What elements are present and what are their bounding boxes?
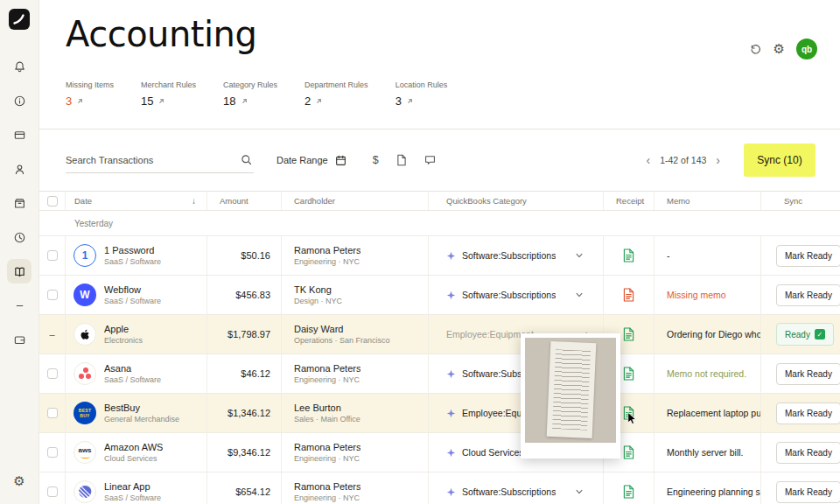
- clock-history-icon: [13, 231, 26, 244]
- table-row[interactable]: BESTBUY BestBuy General Merchandise $1,3…: [39, 394, 840, 433]
- column-header-receipt: Receipt: [604, 192, 654, 210]
- prev-page-button[interactable]: ‹: [645, 153, 653, 167]
- sidebar-item-insights[interactable]: [7, 88, 32, 113]
- category-cell[interactable]: Software:Subscriptions ✓: [429, 276, 604, 314]
- merchant-subtitle: Cloud Services: [104, 454, 163, 463]
- accounting-settings-button[interactable]: ⚙: [774, 43, 785, 56]
- cardholder-subtitle: Engineering · NYC: [294, 454, 360, 463]
- sync-button[interactable]: Mark Ready ✓: [776, 442, 840, 464]
- info-circle-icon: [13, 94, 26, 108]
- stat-merchant-rules[interactable]: Merchant Rules 15: [141, 80, 196, 108]
- pagination-label: 1-42 of 143: [660, 155, 706, 165]
- receipt-doc-icon[interactable]: [623, 248, 634, 262]
- receipt-doc-icon[interactable]: [623, 485, 634, 499]
- memo-cell[interactable]: Monthly server bill.: [654, 433, 761, 472]
- person-icon: [13, 163, 26, 176]
- receipt-doc-icon[interactable]: [623, 288, 634, 302]
- sidebar-item-transactions[interactable]: [7, 225, 32, 249]
- row-checkbox[interactable]: [47, 486, 58, 497]
- ramp-logo[interactable]: [9, 9, 30, 30]
- sync-button[interactable]: Ready ✓: [776, 323, 834, 346]
- column-header-date[interactable]: Date ↓: [66, 192, 207, 210]
- table-row[interactable]: 1 1 Password SaaS / Software $50.16 Ramo…: [39, 236, 840, 276]
- memo-cell[interactable]: Replacement laptop purc: [654, 394, 761, 432]
- sidebar-item-notifications[interactable]: [7, 54, 32, 79]
- merchant-cell: W Webflow SaaS / Software: [66, 276, 207, 314]
- sync-button[interactable]: Mark Ready ✓: [776, 245, 840, 267]
- box-icon: [13, 197, 26, 210]
- row-checkbox[interactable]: [47, 250, 58, 261]
- sync-button[interactable]: Mark Ready ✓: [776, 363, 840, 385]
- table-row[interactable]: Asana SaaS / Software $46.12 Ramona Pete…: [39, 354, 840, 394]
- row-checkbox[interactable]: [47, 329, 58, 340]
- stat-label: Department Rules: [304, 80, 368, 89]
- stat-location-rules[interactable]: Location Rules 3: [396, 80, 448, 108]
- sidebar-item-cards[interactable]: [7, 122, 32, 147]
- sync-button-label: Mark Ready: [785, 290, 832, 300]
- amount-filter-button[interactable]: $: [373, 155, 379, 166]
- next-page-button[interactable]: ›: [714, 153, 722, 167]
- cardholder-subtitle: Engineering · NYC: [294, 494, 360, 502]
- row-checkbox[interactable]: [47, 290, 58, 300]
- merchant-cell: Asana SaaS / Software: [66, 354, 207, 393]
- memo-cell[interactable]: Missing memo: [654, 276, 761, 314]
- sidebar-item-collapse[interactable]: [7, 293, 32, 318]
- receipt-doc-icon[interactable]: [623, 327, 634, 341]
- search-input[interactable]: [66, 155, 232, 165]
- column-header-cardholder: Cardholder: [282, 192, 429, 210]
- category-value: Software:Subscriptions: [462, 486, 556, 497]
- cardholder-name: TK Kong: [294, 284, 342, 295]
- sync-cell: Mark Ready ✓: [761, 276, 840, 314]
- sidebar-item-people[interactable]: [7, 157, 32, 181]
- memo-cell[interactable]: Ordering for Diego who's: [654, 315, 761, 354]
- table-row[interactable]: W Webflow SaaS / Software $456.83 TK Kon…: [39, 276, 840, 315]
- row-checkbox[interactable]: [47, 408, 58, 418]
- sidebar-item-wallet[interactable]: [7, 327, 32, 352]
- row-checkbox[interactable]: [47, 368, 58, 379]
- stat-category-rules[interactable]: Category Rules 18: [223, 80, 277, 108]
- table-row[interactable]: Apple Electronics $1,798.97 Daisy Ward O…: [39, 315, 840, 354]
- quickbooks-badge[interactable]: qb: [796, 38, 817, 60]
- receipt-doc-icon[interactable]: [623, 445, 634, 459]
- category-cell[interactable]: Software:Subscriptions ✓: [429, 236, 604, 275]
- sync-button[interactable]: Mark Ready ✓: [776, 402, 840, 424]
- ai-sparkle-icon: [446, 409, 456, 418]
- sync-all-button[interactable]: Sync (10): [744, 144, 816, 177]
- memo-text: Ordering for Diego who's: [667, 329, 760, 340]
- cardholder-name: Ramona Peters: [294, 245, 360, 256]
- sync-button[interactable]: Mark Ready ✓: [776, 284, 840, 306]
- page-title: Accounting: [66, 14, 256, 54]
- stat-missing-items[interactable]: Missing Items 3: [66, 80, 114, 108]
- receipt-filter-button[interactable]: [396, 154, 407, 166]
- amount-cell: $456.83: [207, 276, 282, 314]
- sync-history-button[interactable]: [749, 43, 762, 56]
- merchant-subtitle: SaaS / Software: [104, 257, 161, 266]
- cardholder-subtitle: Engineering · NYC: [294, 375, 360, 384]
- amount-cell: $9,346.12: [207, 433, 282, 472]
- ai-sparkle-icon: [446, 251, 456, 261]
- select-all-checkbox[interactable]: [47, 196, 58, 206]
- ai-sparkle-icon: [446, 369, 456, 379]
- credit-card-icon: [13, 129, 26, 142]
- sidebar-item-settings[interactable]: ⚙: [7, 469, 32, 494]
- memo-cell[interactable]: Memo not required.: [654, 354, 761, 393]
- receipt-doc-icon[interactable]: [623, 367, 634, 381]
- date-range-filter[interactable]: Date Range: [276, 155, 346, 166]
- memo-cell[interactable]: -: [654, 236, 761, 275]
- merchant-subtitle: SaaS / Software: [104, 494, 161, 502]
- memo-cell[interactable]: Engineering planning soft: [654, 472, 761, 504]
- sidebar-item-vendors[interactable]: [7, 191, 32, 215]
- category-cell[interactable]: Software:Subscriptions ✓: [429, 472, 604, 504]
- merchant-name: Asana: [104, 363, 161, 374]
- merchant-subtitle: Electronics: [104, 336, 143, 345]
- sidebar-item-accounting[interactable]: [7, 259, 32, 284]
- gear-icon: ⚙: [13, 475, 24, 488]
- stat-value: 18: [223, 94, 235, 108]
- chevron-down-icon: [575, 487, 584, 496]
- memo-filter-button[interactable]: [424, 155, 436, 165]
- stat-department-rules[interactable]: Department Rules 2: [304, 80, 368, 108]
- row-checkbox[interactable]: [47, 447, 58, 458]
- sync-button[interactable]: Mark Ready ✓: [776, 481, 840, 503]
- table-row[interactable]: Linear App SaaS / Software $654.12 Ramon…: [39, 472, 840, 504]
- table-row[interactable]: aws Amazon AWS Cloud Services $9,346.12 …: [39, 433, 840, 472]
